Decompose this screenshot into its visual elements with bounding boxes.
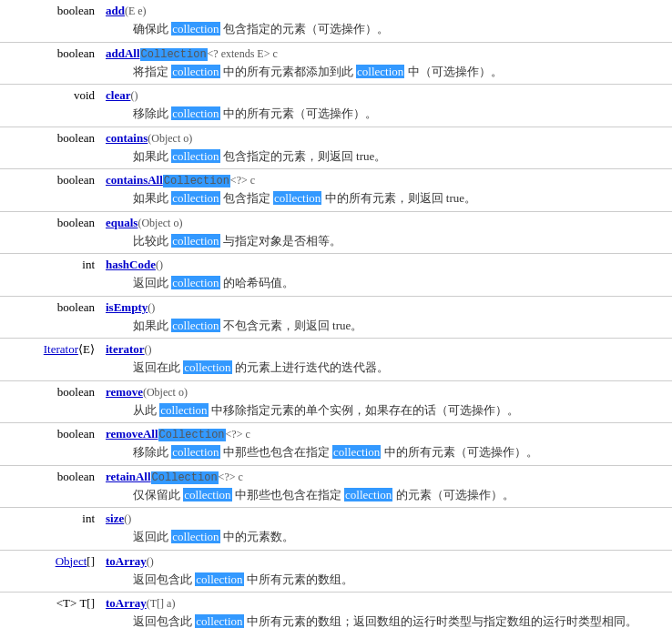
method-description: 如果此 collection 包含指定 collection 中的所有元素，则返… xyxy=(106,189,667,208)
method-link[interactable]: removeAll xyxy=(106,427,158,441)
table-row: Iterator⟨E⟩iterator()返回在此 collection 的元素… xyxy=(0,339,672,381)
method-link[interactable]: toArray xyxy=(106,554,147,568)
method-link[interactable]: addAll xyxy=(106,46,140,60)
method-link[interactable]: containsAll xyxy=(106,173,163,187)
method-description: 返回包含此 collection 中所有元素的数组；返回数组的运行时类型与指定数… xyxy=(106,613,667,628)
table-row: booleanisEmpty()如果此 collection 不包含元素，则返回… xyxy=(0,296,672,339)
return-type-cell: boolean xyxy=(0,423,100,466)
method-description: 仅保留此 collection 中那些也包含在指定 collection 的元素… xyxy=(106,486,667,504)
method-cell: retainAllCollection<?> c仅保留此 collection … xyxy=(100,465,672,508)
method-signature: addAllCollection<? extends E> c xyxy=(106,46,667,61)
method-signature: contains(Object o) xyxy=(106,131,667,146)
return-type-cell: boolean xyxy=(0,296,100,339)
method-description: 返回此 collection 中的元素数。 xyxy=(106,528,667,546)
return-type-cell: boolean xyxy=(0,42,100,85)
method-link[interactable]: size xyxy=(106,512,124,525)
return-type-cell: <T> T[] xyxy=(0,593,100,629)
method-link[interactable]: iterator xyxy=(106,342,145,356)
method-description: 返回此 collection 的哈希码值。 xyxy=(106,274,667,292)
method-signature: add(E e) xyxy=(106,4,667,18)
method-description: 将指定 collection 中的所有元素都添加到此 collection 中（… xyxy=(106,63,667,81)
method-link[interactable]: contains xyxy=(106,131,148,145)
method-description: 返回包含此 collection 中所有元素的数组。 xyxy=(106,571,667,589)
method-description: 确保此 collection 包含指定的元素（可选操作）。 xyxy=(106,20,667,38)
table-row: booleanremove(Object o)从此 collection 中移除… xyxy=(0,380,672,423)
method-cell: clear()移除此 collection 中的所有元素（可选操作）。 xyxy=(100,85,672,127)
return-type-cell: boolean xyxy=(0,0,100,42)
method-cell: removeAllCollection<?> c移除此 collection 中… xyxy=(100,423,672,466)
table-row: booleancontains(Object o)如果此 collection … xyxy=(0,127,672,169)
method-signature: retainAllCollection<?> c xyxy=(106,470,667,484)
method-signature: equals(Object o) xyxy=(106,216,667,230)
method-cell: hashCode()返回此 collection 的哈希码值。 xyxy=(100,254,672,297)
method-cell: addAllCollection<? extends E> c将指定 colle… xyxy=(100,42,672,85)
table-row: Object[]toArray()返回包含此 collection 中所有元素的… xyxy=(0,550,672,593)
return-type-cell: boolean xyxy=(0,127,100,169)
api-methods-table: booleanadd(E e)确保此 collection 包含指定的元素（可选… xyxy=(0,0,672,628)
return-type-link[interactable]: Object xyxy=(56,554,87,568)
method-signature: remove(Object o) xyxy=(106,385,667,400)
method-link[interactable]: toArray xyxy=(106,596,147,610)
method-description: 移除此 collection 中的所有元素（可选操作）。 xyxy=(106,105,667,123)
method-signature: toArray() xyxy=(106,554,667,569)
table-row: intsize()返回此 collection 中的元素数。 xyxy=(0,508,672,551)
table-row: booleanadd(E e)确保此 collection 包含指定的元素（可选… xyxy=(0,0,672,42)
return-type-link[interactable]: Iterator xyxy=(44,342,78,356)
method-link[interactable]: equals xyxy=(106,216,137,229)
method-cell: contains(Object o)如果此 collection 包含指定的元素… xyxy=(100,127,672,169)
table-row: voidclear()移除此 collection 中的所有元素（可选操作）。 xyxy=(0,85,672,127)
return-type-cell: void xyxy=(0,85,100,127)
method-link[interactable]: retainAll xyxy=(106,470,151,483)
return-type-cell: boolean xyxy=(0,380,100,423)
method-description: 从此 collection 中移除指定元素的单个实例，如果存在的话（可选操作）。 xyxy=(106,401,667,420)
method-signature: containsAllCollection<?> c xyxy=(106,173,667,187)
method-description: 返回在此 collection 的元素上进行迭代的迭代器。 xyxy=(106,359,667,377)
return-type-cell: boolean xyxy=(0,465,100,508)
table-row: booleanretainAllCollection<?> c仅保留此 coll… xyxy=(0,465,672,508)
method-cell: iterator()返回在此 collection 的元素上进行迭代的迭代器。 xyxy=(100,339,672,381)
method-description: 移除此 collection 中那些也包含在指定 collection 中的所有… xyxy=(106,443,667,461)
method-signature: hashCode() xyxy=(106,258,667,272)
method-signature: size() xyxy=(106,512,667,526)
method-cell: remove(Object o)从此 collection 中移除指定元素的单个… xyxy=(100,380,672,423)
method-cell: equals(Object o)比较此 collection 与指定对象是否相等… xyxy=(100,211,672,254)
method-description: 比较此 collection 与指定对象是否相等。 xyxy=(106,232,667,250)
method-cell: size()返回此 collection 中的元素数。 xyxy=(100,508,672,551)
method-link[interactable]: remove xyxy=(106,385,143,399)
table-row: booleanremoveAllCollection<?> c移除此 colle… xyxy=(0,423,672,466)
table-row: <T> T[]toArray(T[] a)返回包含此 collection 中所… xyxy=(0,593,672,629)
method-link[interactable]: hashCode xyxy=(106,258,156,271)
method-signature: isEmpty() xyxy=(106,300,667,315)
method-cell: isEmpty()如果此 collection 不包含元素，则返回 true。 xyxy=(100,296,672,339)
return-type-cell: boolean xyxy=(0,169,100,212)
method-cell: containsAllCollection<?> c如果此 collection… xyxy=(100,169,672,212)
method-signature: iterator() xyxy=(106,342,667,357)
return-type-cell: int xyxy=(0,508,100,551)
method-signature: toArray(T[] a) xyxy=(106,596,667,611)
return-type-cell: int xyxy=(0,254,100,297)
return-type-cell: Iterator⟨E⟩ xyxy=(0,339,100,381)
method-description: 如果此 collection 包含指定的元素，则返回 true。 xyxy=(106,147,667,166)
method-signature: removeAllCollection<?> c xyxy=(106,427,667,441)
method-link[interactable]: clear xyxy=(106,88,130,102)
method-signature: clear() xyxy=(106,88,667,103)
method-cell: add(E e)确保此 collection 包含指定的元素（可选操作）。 xyxy=(100,0,672,42)
method-cell: toArray()返回包含此 collection 中所有元素的数组。 xyxy=(100,550,672,593)
method-link[interactable]: add xyxy=(106,4,125,17)
table-row: booleanequals(Object o)比较此 collection 与指… xyxy=(0,211,672,254)
return-type-cell: boolean xyxy=(0,211,100,254)
method-link[interactable]: isEmpty xyxy=(106,300,148,314)
method-description: 如果此 collection 不包含元素，则返回 true。 xyxy=(106,317,667,335)
table-row: booleancontainsAllCollection<?> c如果此 col… xyxy=(0,169,672,212)
return-type-cell: Object[] xyxy=(0,550,100,593)
method-cell: toArray(T[] a)返回包含此 collection 中所有元素的数组；… xyxy=(100,593,672,629)
table-row: inthashCode()返回此 collection 的哈希码值。 xyxy=(0,254,672,297)
table-row: booleanaddAllCollection<? extends E> c将指… xyxy=(0,42,672,85)
